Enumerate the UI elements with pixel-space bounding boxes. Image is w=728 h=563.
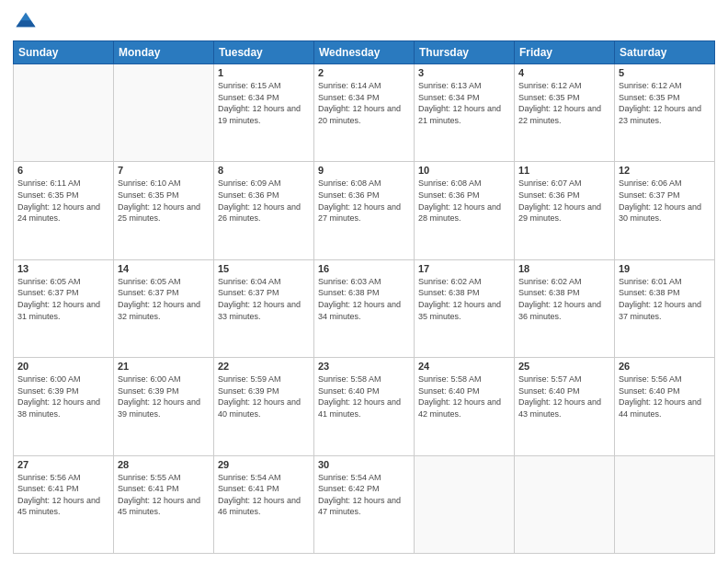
logo xyxy=(13,9,42,35)
calendar-cell: 28Sunrise: 5:55 AM Sunset: 6:41 PM Dayli… xyxy=(114,455,214,553)
day-number: 13 xyxy=(17,263,109,274)
day-info: Sunrise: 6:02 AM Sunset: 6:38 PM Dayligh… xyxy=(418,276,510,322)
day-number: 24 xyxy=(418,361,510,372)
calendar-weekday-friday: Friday xyxy=(515,41,615,64)
calendar-cell: 7Sunrise: 6:10 AM Sunset: 6:35 PM Daylig… xyxy=(114,162,214,259)
day-number: 1 xyxy=(218,67,310,78)
calendar-cell: 29Sunrise: 5:54 AM Sunset: 6:41 PM Dayli… xyxy=(214,455,314,553)
calendar-cell: 23Sunrise: 5:58 AM Sunset: 6:40 PM Dayli… xyxy=(314,358,415,455)
calendar-cell: 6Sunrise: 6:11 AM Sunset: 6:35 PM Daylig… xyxy=(14,162,114,259)
day-number: 23 xyxy=(318,361,410,372)
day-number: 9 xyxy=(318,165,410,176)
calendar-week-row: 6Sunrise: 6:11 AM Sunset: 6:35 PM Daylig… xyxy=(14,162,715,259)
day-info: Sunrise: 6:12 AM Sunset: 6:35 PM Dayligh… xyxy=(619,80,711,126)
day-info: Sunrise: 6:01 AM Sunset: 6:38 PM Dayligh… xyxy=(619,276,711,322)
day-number: 21 xyxy=(118,361,210,372)
day-info: Sunrise: 6:11 AM Sunset: 6:35 PM Dayligh… xyxy=(17,178,109,224)
day-number: 2 xyxy=(318,67,410,78)
day-number: 5 xyxy=(619,67,711,78)
calendar-cell: 17Sunrise: 6:02 AM Sunset: 6:38 PM Dayli… xyxy=(415,259,515,357)
calendar-weekday-thursday: Thursday xyxy=(415,41,515,64)
day-number: 17 xyxy=(418,263,510,274)
day-info: Sunrise: 6:13 AM Sunset: 6:34 PM Dayligh… xyxy=(418,80,510,126)
calendar-cell xyxy=(14,64,114,162)
day-info: Sunrise: 5:57 AM Sunset: 6:40 PM Dayligh… xyxy=(518,373,610,419)
calendar-cell: 4Sunrise: 6:12 AM Sunset: 6:35 PM Daylig… xyxy=(515,64,615,162)
day-info: Sunrise: 5:58 AM Sunset: 6:40 PM Dayligh… xyxy=(418,373,510,419)
day-number: 15 xyxy=(218,263,310,274)
day-number: 20 xyxy=(17,361,109,372)
calendar-cell: 15Sunrise: 6:04 AM Sunset: 6:37 PM Dayli… xyxy=(214,259,314,357)
calendar-cell: 16Sunrise: 6:03 AM Sunset: 6:38 PM Dayli… xyxy=(314,259,415,357)
calendar-cell: 9Sunrise: 6:08 AM Sunset: 6:36 PM Daylig… xyxy=(314,162,415,259)
calendar-cell: 2Sunrise: 6:14 AM Sunset: 6:34 PM Daylig… xyxy=(314,64,415,162)
day-info: Sunrise: 6:07 AM Sunset: 6:36 PM Dayligh… xyxy=(518,178,610,224)
header xyxy=(13,9,715,35)
day-number: 12 xyxy=(619,165,711,176)
calendar-weekday-sunday: Sunday xyxy=(14,41,114,64)
calendar-week-row: 27Sunrise: 5:56 AM Sunset: 6:41 PM Dayli… xyxy=(14,455,715,553)
calendar-cell: 11Sunrise: 6:07 AM Sunset: 6:36 PM Dayli… xyxy=(515,162,615,259)
day-info: Sunrise: 5:55 AM Sunset: 6:41 PM Dayligh… xyxy=(118,472,210,518)
calendar-cell: 12Sunrise: 6:06 AM Sunset: 6:37 PM Dayli… xyxy=(615,162,715,259)
calendar-cell: 19Sunrise: 6:01 AM Sunset: 6:38 PM Dayli… xyxy=(615,259,715,357)
day-info: Sunrise: 6:02 AM Sunset: 6:38 PM Dayligh… xyxy=(518,276,610,322)
day-info: Sunrise: 6:09 AM Sunset: 6:36 PM Dayligh… xyxy=(218,178,310,224)
day-info: Sunrise: 6:14 AM Sunset: 6:34 PM Dayligh… xyxy=(318,80,410,126)
calendar-weekday-saturday: Saturday xyxy=(615,41,715,64)
calendar-week-row: 1Sunrise: 6:15 AM Sunset: 6:34 PM Daylig… xyxy=(14,64,715,162)
day-number: 29 xyxy=(218,459,310,470)
calendar-cell: 14Sunrise: 6:05 AM Sunset: 6:37 PM Dayli… xyxy=(114,259,214,357)
day-number: 7 xyxy=(118,165,210,176)
day-number: 22 xyxy=(218,361,310,372)
calendar-weekday-monday: Monday xyxy=(114,41,214,64)
calendar-cell: 5Sunrise: 6:12 AM Sunset: 6:35 PM Daylig… xyxy=(615,64,715,162)
calendar-cell: 1Sunrise: 6:15 AM Sunset: 6:34 PM Daylig… xyxy=(214,64,314,162)
calendar-cell: 26Sunrise: 5:56 AM Sunset: 6:40 PM Dayli… xyxy=(615,358,715,455)
day-info: Sunrise: 6:12 AM Sunset: 6:35 PM Dayligh… xyxy=(518,80,610,126)
day-info: Sunrise: 5:56 AM Sunset: 6:41 PM Dayligh… xyxy=(17,472,109,518)
day-info: Sunrise: 6:03 AM Sunset: 6:38 PM Dayligh… xyxy=(318,276,410,322)
calendar-cell: 21Sunrise: 6:00 AM Sunset: 6:39 PM Dayli… xyxy=(114,358,214,455)
day-info: Sunrise: 6:04 AM Sunset: 6:37 PM Dayligh… xyxy=(218,276,310,322)
day-info: Sunrise: 6:08 AM Sunset: 6:36 PM Dayligh… xyxy=(318,178,410,224)
day-info: Sunrise: 6:15 AM Sunset: 6:34 PM Dayligh… xyxy=(218,80,310,126)
day-info: Sunrise: 5:54 AM Sunset: 6:42 PM Dayligh… xyxy=(318,472,410,518)
day-info: Sunrise: 5:59 AM Sunset: 6:39 PM Dayligh… xyxy=(218,373,310,419)
logo-icon xyxy=(13,9,39,35)
day-info: Sunrise: 6:05 AM Sunset: 6:37 PM Dayligh… xyxy=(17,276,109,322)
calendar-cell: 22Sunrise: 5:59 AM Sunset: 6:39 PM Dayli… xyxy=(214,358,314,455)
calendar-cell xyxy=(415,455,515,553)
day-info: Sunrise: 6:08 AM Sunset: 6:36 PM Dayligh… xyxy=(418,178,510,224)
day-number: 30 xyxy=(318,459,410,470)
calendar-cell xyxy=(114,64,214,162)
calendar-weekday-wednesday: Wednesday xyxy=(314,41,415,64)
day-number: 18 xyxy=(518,263,610,274)
day-number: 11 xyxy=(518,165,610,176)
calendar-cell: 10Sunrise: 6:08 AM Sunset: 6:36 PM Dayli… xyxy=(415,162,515,259)
calendar-cell: 20Sunrise: 6:00 AM Sunset: 6:39 PM Dayli… xyxy=(14,358,114,455)
calendar-week-row: 20Sunrise: 6:00 AM Sunset: 6:39 PM Dayli… xyxy=(14,358,715,455)
day-number: 19 xyxy=(619,263,711,274)
day-info: Sunrise: 6:00 AM Sunset: 6:39 PM Dayligh… xyxy=(118,373,210,419)
day-number: 6 xyxy=(17,165,109,176)
calendar-cell: 8Sunrise: 6:09 AM Sunset: 6:36 PM Daylig… xyxy=(214,162,314,259)
calendar-cell: 13Sunrise: 6:05 AM Sunset: 6:37 PM Dayli… xyxy=(14,259,114,357)
day-number: 26 xyxy=(619,361,711,372)
day-info: Sunrise: 5:58 AM Sunset: 6:40 PM Dayligh… xyxy=(318,373,410,419)
day-info: Sunrise: 6:10 AM Sunset: 6:35 PM Dayligh… xyxy=(118,178,210,224)
day-info: Sunrise: 6:05 AM Sunset: 6:37 PM Dayligh… xyxy=(118,276,210,322)
calendar-week-row: 13Sunrise: 6:05 AM Sunset: 6:37 PM Dayli… xyxy=(14,259,715,357)
calendar-cell: 30Sunrise: 5:54 AM Sunset: 6:42 PM Dayli… xyxy=(314,455,415,553)
calendar-cell: 18Sunrise: 6:02 AM Sunset: 6:38 PM Dayli… xyxy=(515,259,615,357)
calendar-cell: 25Sunrise: 5:57 AM Sunset: 6:40 PM Dayli… xyxy=(515,358,615,455)
day-info: Sunrise: 5:54 AM Sunset: 6:41 PM Dayligh… xyxy=(218,472,310,518)
day-number: 25 xyxy=(518,361,610,372)
day-number: 28 xyxy=(118,459,210,470)
calendar-table: SundayMondayTuesdayWednesdayThursdayFrid… xyxy=(13,40,715,554)
day-info: Sunrise: 5:56 AM Sunset: 6:40 PM Dayligh… xyxy=(619,373,711,419)
day-number: 16 xyxy=(318,263,410,274)
calendar-cell: 27Sunrise: 5:56 AM Sunset: 6:41 PM Dayli… xyxy=(14,455,114,553)
calendar-header-row: SundayMondayTuesdayWednesdayThursdayFrid… xyxy=(14,41,715,64)
day-number: 8 xyxy=(218,165,310,176)
